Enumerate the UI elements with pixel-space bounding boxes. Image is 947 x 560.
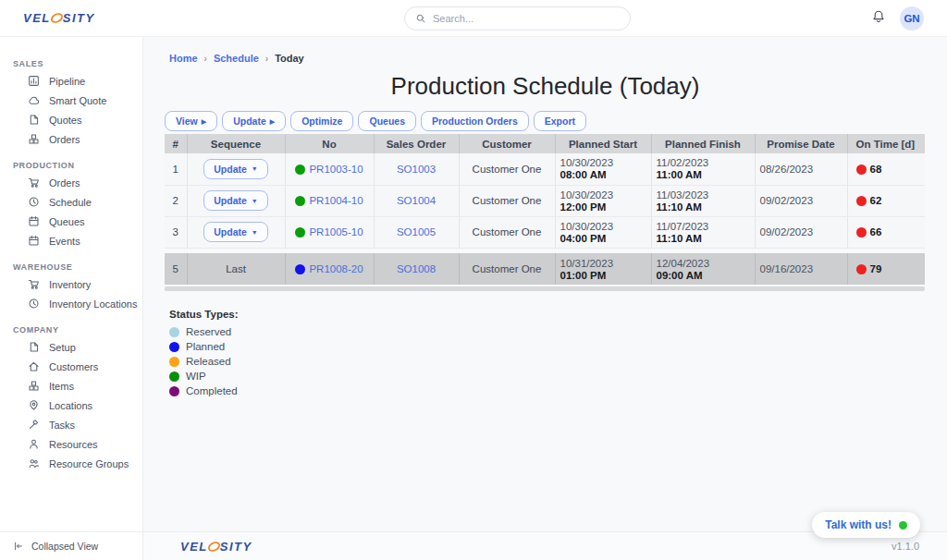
breadcrumb-home-link[interactable]: Home: [169, 53, 198, 64]
chat-label: Talk with us!: [825, 518, 892, 531]
view-dropdown-button[interactable]: View ▶: [165, 111, 217, 131]
legend-item-released: Released: [169, 356, 947, 367]
on-time-dot: [856, 227, 867, 237]
breadcrumb-current: Today: [275, 53, 304, 64]
file-icon: [28, 114, 40, 126]
column-header-no: No: [285, 134, 374, 153]
row-update-button[interactable]: Update▼: [203, 222, 268, 242]
avatar[interactable]: GN: [900, 6, 924, 30]
chat-button[interactable]: Talk with us!: [812, 512, 920, 538]
caret-down-icon: ▼: [252, 165, 258, 172]
promise-date-cell: 09/16/2023: [755, 253, 847, 285]
sidebar-section-company: COMPANY: [0, 325, 142, 337]
breadcrumb-separator: ›: [265, 54, 268, 64]
sidebar-item-label: Smart Quote: [49, 95, 106, 106]
app-version: v1.1.0: [892, 541, 919, 552]
calendar-icon: [28, 235, 40, 247]
legend-item-wip: WIP: [169, 371, 947, 382]
sales-order-link[interactable]: SO1008: [397, 263, 436, 274]
top-bar: VEL SITY Search... GN: [0, 0, 947, 37]
production-order-link[interactable]: PR1003-10: [309, 164, 363, 175]
notifications-button[interactable]: [871, 9, 886, 28]
optimize-button[interactable]: Optimize: [290, 111, 353, 131]
sidebar-item-tasks[interactable]: Tasks: [0, 415, 142, 434]
sidebar-item-events[interactable]: Events: [0, 231, 142, 250]
sidebar-item-queues[interactable]: Queues: [0, 212, 142, 231]
promise-date-cell: 09/02/2023: [755, 216, 847, 248]
queues-button[interactable]: Queues: [358, 111, 416, 131]
logo-text-right: SITY: [63, 11, 95, 25]
legend-label: Planned: [186, 341, 225, 352]
update-dropdown-button[interactable]: Update ▶: [222, 111, 286, 131]
legend-title: Status Types:: [169, 309, 947, 320]
caret-right-icon: ▶: [202, 118, 206, 125]
home-icon: [28, 360, 40, 372]
sidebar-item-label: Setup: [49, 342, 76, 353]
file-icon: [28, 341, 40, 353]
planned-start-cell: 10/30/202312:00 PM: [555, 185, 651, 216]
on-time-cell: 68: [847, 153, 925, 185]
customer-cell: Customer One: [459, 253, 555, 285]
clock-icon: [28, 196, 40, 208]
row-number: 1: [165, 153, 187, 185]
sidebar: SALES Pipeline Smart Quote Quotes Orders: [0, 37, 143, 560]
row-update-button[interactable]: Update▼: [203, 190, 268, 211]
row-update-button[interactable]: Update▼: [203, 159, 268, 179]
sidebar-item-inventory-locations[interactable]: Inventory Locations: [0, 294, 142, 313]
sidebar-item-smart-quote[interactable]: Smart Quote: [0, 91, 142, 110]
column-header-promise-date: Promise Date: [755, 134, 847, 153]
search-input[interactable]: Search...: [404, 6, 631, 30]
sales-order-link[interactable]: SO1005: [397, 226, 436, 237]
toolbar: View ▶ Update ▶ Optimize Queues Producti…: [165, 111, 947, 131]
planned-finish-cell: 12/04/202309:00 AM: [651, 253, 755, 285]
sidebar-item-orders-production[interactable]: Orders: [0, 173, 142, 192]
chart-icon: [28, 75, 40, 87]
sidebar-item-orders-sales[interactable]: Orders: [0, 129, 142, 149]
sidebar-item-locations[interactable]: Locations: [0, 396, 142, 415]
production-orders-button[interactable]: Production Orders: [421, 111, 529, 131]
legend-label: Reserved: [186, 326, 231, 337]
on-time-dot: [856, 264, 867, 274]
breadcrumb-schedule-link[interactable]: Schedule: [214, 53, 259, 64]
sidebar-item-schedule[interactable]: Schedule: [0, 192, 142, 212]
horizontal-scrollbar[interactable]: [165, 286, 925, 291]
planned-dot: [169, 342, 179, 352]
table-header-row: # Sequence No Sales Order Customer Plann…: [165, 134, 925, 153]
search-icon: [415, 13, 426, 24]
status-legend: Status Types: Reserved Planned Released …: [169, 309, 947, 396]
production-order-link[interactable]: PR1005-10: [309, 226, 363, 237]
legend-item-completed: Completed: [169, 385, 947, 396]
sidebar-item-label: Locations: [49, 400, 92, 411]
sidebar-item-items[interactable]: Items: [0, 376, 142, 396]
export-button[interactable]: Export: [534, 111, 586, 131]
sidebar-item-pipeline[interactable]: Pipeline: [0, 71, 142, 91]
logo-text-right: SITY: [220, 540, 252, 554]
sidebar-item-label: Items: [49, 381, 74, 392]
column-header-planned-finish: Planned Finish: [651, 134, 755, 153]
collapse-sidebar-button[interactable]: Collapsed View: [0, 531, 142, 560]
on-time-dot: [856, 196, 867, 206]
footer-logo: VEL SITY: [180, 540, 252, 554]
sales-order-link[interactable]: SO1003: [397, 164, 436, 175]
production-order-link[interactable]: PR1008-20: [309, 263, 363, 274]
sidebar-section-sales: SALES: [0, 59, 142, 71]
sidebar-item-inventory[interactable]: Inventory: [0, 274, 142, 294]
sidebar-item-customers[interactable]: Customers: [0, 357, 142, 376]
status-dot: [295, 227, 305, 237]
production-order-link[interactable]: PR1004-10: [309, 195, 363, 206]
sidebar-item-resources[interactable]: Resources: [0, 434, 142, 454]
bell-icon: [871, 9, 886, 24]
sales-order-link[interactable]: SO1004: [397, 195, 436, 206]
cart-icon: [28, 177, 40, 189]
sidebar-item-label: Quotes: [49, 115, 81, 126]
collapse-label: Collapsed View: [31, 541, 98, 552]
wip-dot: [169, 371, 179, 382]
logo-o-icon: [207, 540, 221, 554]
app-logo: VEL SITY: [23, 11, 95, 25]
logo-text-left: VEL: [23, 11, 51, 25]
sidebar-item-resource-groups[interactable]: Resource Groups: [0, 454, 142, 473]
view-button-label: View: [176, 116, 198, 127]
sidebar-item-setup[interactable]: Setup: [0, 337, 142, 357]
on-time-dot: [856, 164, 867, 175]
sidebar-item-quotes[interactable]: Quotes: [0, 110, 142, 129]
